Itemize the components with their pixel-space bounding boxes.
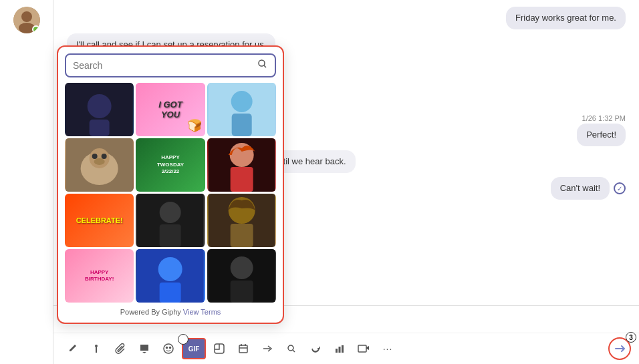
- message-text: Can't wait!: [560, 183, 600, 193]
- gif-item[interactable]: [207, 249, 276, 303]
- read-receipt-icon: ✓: [614, 182, 626, 194]
- more-icon: ···: [383, 343, 393, 354]
- pin-button[interactable]: [86, 338, 107, 359]
- svg-point-5: [164, 344, 173, 353]
- gif-item[interactable]: [207, 83, 276, 136]
- gif-item[interactable]: CELEBRATE!: [65, 194, 134, 247]
- gif-item[interactable]: I GOT YOU 🍞: [136, 83, 205, 136]
- gif-button[interactable]: 2 GIF: [182, 338, 206, 359]
- toolbar-left: 2 GIF: [61, 338, 398, 359]
- gif-item[interactable]: [65, 83, 134, 136]
- bar-chart-button[interactable]: [329, 338, 350, 359]
- gif-item[interactable]: [207, 138, 276, 192]
- gif-item[interactable]: HAPPYBIRTHDAY!: [65, 249, 134, 303]
- message-row: Friday works great for me.: [67, 7, 626, 29]
- gif-item[interactable]: [136, 249, 205, 303]
- svg-point-10: [288, 345, 293, 351]
- view-terms-link[interactable]: View Terms: [183, 308, 221, 316]
- svg-rect-39: [160, 283, 181, 303]
- svg-point-1: [21, 11, 32, 22]
- gif-badge: 2: [178, 334, 188, 345]
- svg-point-7: [170, 347, 171, 349]
- sidebar: [0, 0, 53, 364]
- svg-rect-36: [230, 224, 253, 247]
- online-indicator: [32, 25, 40, 33]
- svg-rect-11: [336, 349, 338, 353]
- format-button[interactable]: [61, 338, 83, 359]
- attach-button[interactable]: [110, 338, 131, 359]
- praise-button[interactable]: [281, 338, 302, 359]
- gif-item[interactable]: [65, 138, 134, 192]
- svg-point-20: [231, 91, 252, 112]
- gif-item[interactable]: [136, 194, 205, 247]
- svg-rect-18: [90, 120, 110, 136]
- svg-rect-21: [231, 114, 251, 136]
- svg-rect-33: [160, 224, 181, 247]
- sticker-button[interactable]: [209, 338, 230, 359]
- chat-button[interactable]: [134, 338, 155, 359]
- svg-rect-30: [230, 167, 253, 192]
- message-bubble: Perfect!: [577, 124, 626, 146]
- send-button-container: 3: [608, 337, 631, 360]
- more-button[interactable]: ···: [377, 338, 398, 359]
- svg-point-38: [158, 257, 182, 281]
- message-time: 1/26 1:32 PM: [582, 114, 626, 122]
- gif-footer: Powered By Giphy View Terms: [65, 308, 276, 316]
- message-bubble: Friday works great for me.: [506, 7, 626, 29]
- avatar: [13, 7, 40, 33]
- svg-point-15: [259, 60, 265, 66]
- search-input[interactable]: [73, 60, 257, 71]
- svg-point-32: [160, 202, 181, 223]
- svg-rect-12: [339, 347, 341, 353]
- svg-point-6: [166, 347, 168, 349]
- svg-rect-42: [230, 281, 253, 303]
- svg-point-25: [92, 154, 98, 159]
- schedule-button[interactable]: [233, 338, 254, 359]
- gif-item[interactable]: HAPPYTWOSDAY2/22/22: [136, 138, 205, 192]
- gif-item[interactable]: [207, 194, 276, 247]
- search-icon: [257, 59, 268, 72]
- loop-button[interactable]: [305, 338, 326, 359]
- svg-rect-13: [342, 345, 344, 353]
- svg-point-17: [88, 94, 112, 118]
- svg-point-27: [94, 158, 105, 165]
- toolbar-row: 2 GIF: [53, 333, 639, 364]
- message-text: Friday works great for me.: [515, 13, 616, 23]
- emoji-button[interactable]: [158, 338, 179, 359]
- svg-point-3: [95, 345, 98, 347]
- giphy-attribution: Powered By Giphy: [120, 308, 181, 316]
- delivery-button[interactable]: [257, 338, 278, 359]
- message-bubble: Can't wait!: [551, 177, 610, 200]
- send-badge: 3: [626, 332, 636, 343]
- gif-picker: I GOT YOU 🍞 HAPPYTWOSDAY2/22/22: [57, 45, 284, 324]
- svg-rect-9: [239, 345, 247, 353]
- svg-point-26: [102, 154, 107, 159]
- svg-rect-14: [358, 345, 366, 352]
- gif-grid: I GOT YOU 🍞 HAPPYTWOSDAY2/22/22: [65, 83, 276, 303]
- svg-point-41: [230, 256, 253, 279]
- message-text: Perfect!: [586, 130, 616, 140]
- video-button[interactable]: [353, 338, 374, 359]
- search-bar: [65, 53, 276, 77]
